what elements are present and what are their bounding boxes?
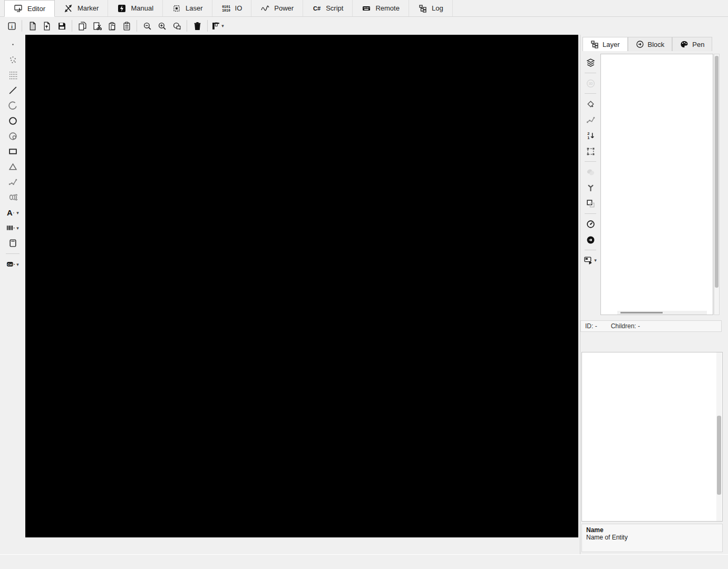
marker-icon <box>64 4 73 13</box>
new-button[interactable] <box>25 18 40 33</box>
ribbon-tab-io[interactable]: 01011010IO <box>212 0 252 16</box>
tree-vertical-scrollbar[interactable] <box>714 54 720 315</box>
rectangle-tool[interactable] <box>2 144 23 159</box>
zoom-in-icon <box>158 22 167 31</box>
tool-separator <box>585 213 596 214</box>
remote-icon <box>362 4 371 13</box>
tree-status-bar: ID: - Children: - <box>580 320 722 332</box>
scrollbar-thumb[interactable] <box>715 56 719 288</box>
align-button[interactable]: ▾ <box>210 18 225 33</box>
open-icon <box>43 22 52 31</box>
layers-tool[interactable] <box>583 56 598 70</box>
info-button[interactable]: i <box>4 18 19 33</box>
tree-horizontal-scrollbar[interactable] <box>617 311 707 315</box>
sort-icon: 21 <box>586 131 595 140</box>
laser-icon <box>172 4 181 13</box>
ribbon-tab-log[interactable]: Log <box>409 0 453 16</box>
main-toolbar: i▾ <box>0 17 728 35</box>
property-description-title: Name <box>586 526 718 534</box>
property-grid[interactable] <box>581 352 723 522</box>
text-icon: A <box>6 208 15 217</box>
property-description: Name Name of Entity <box>581 524 723 552</box>
save-button[interactable] <box>54 18 69 33</box>
zoom-out-button[interactable] <box>140 18 154 33</box>
rectangle-icon <box>8 147 17 156</box>
editor-status-bar <box>25 537 578 553</box>
svg-text:Ctrl: Ctrl <box>8 263 13 266</box>
spiral-tool[interactable] <box>2 190 23 205</box>
hatch-tool[interactable] <box>583 165 598 179</box>
ribbon-tab-laser[interactable]: Laser <box>163 0 212 16</box>
redo-tool[interactable] <box>583 233 598 247</box>
zoom-in-button[interactable] <box>154 18 169 33</box>
paste-button[interactable] <box>104 18 119 33</box>
overlap-icon <box>586 199 595 208</box>
branch-tool[interactable] <box>583 181 598 194</box>
manual-icon <box>118 4 126 13</box>
view3d-icon: 3D <box>586 79 595 88</box>
card-tool[interactable] <box>2 236 23 251</box>
spiral-icon <box>8 193 17 202</box>
ribbon-tab-remote[interactable]: Remote <box>353 0 409 16</box>
editor-icon <box>14 4 23 13</box>
ribbon-tab-marker[interactable]: Marker <box>55 0 108 16</box>
zoom-region-button[interactable] <box>169 18 184 33</box>
entity-tree[interactable] <box>600 54 713 315</box>
sort-tool[interactable]: 21 <box>583 129 598 142</box>
panel-tab-block[interactable]: Block <box>628 37 673 51</box>
new-icon <box>28 22 37 31</box>
tool-separator <box>585 161 596 162</box>
log-icon <box>419 4 427 13</box>
node-tool[interactable] <box>583 97 598 111</box>
ribbon-tab-bar: EditorMarkerManualLaser01011010IOPowerC#… <box>0 0 728 17</box>
transform-tool[interactable] <box>583 144 598 158</box>
ribbon-tab-editor[interactable]: Editor <box>4 0 55 17</box>
trash-button[interactable] <box>190 18 205 33</box>
ribbon-tab-power[interactable]: Power <box>251 0 303 16</box>
cut-button[interactable] <box>90 18 104 33</box>
clipboard-list-button[interactable] <box>119 18 134 33</box>
canvas-viewport[interactable] <box>25 35 578 537</box>
ctrl-tool[interactable]: Ctrl▾ <box>2 257 23 272</box>
toolbar-separator <box>137 20 137 32</box>
save-icon <box>57 22 66 31</box>
property-scrollbar[interactable] <box>716 352 722 521</box>
barcode-tool[interactable]: ▾ <box>2 220 23 236</box>
arc-tool[interactable] <box>2 98 23 113</box>
point-tool[interactable] <box>2 37 23 52</box>
layers-icon <box>586 58 595 67</box>
disk-tool[interactable] <box>2 129 23 144</box>
panel-tab-layer[interactable]: Layer <box>583 37 628 51</box>
line-tool[interactable] <box>2 83 23 98</box>
csharp-icon: C# <box>313 4 321 13</box>
card-icon <box>8 239 17 248</box>
history-tool[interactable] <box>583 217 598 231</box>
panel-tab-pen[interactable]: Pen <box>672 37 712 51</box>
view3d-tool[interactable]: 3D <box>583 76 598 90</box>
ribbon-tab-label: IO <box>235 4 242 12</box>
panel-tab-label: Pen <box>692 41 704 48</box>
text-tool[interactable]: A▾ <box>2 205 23 220</box>
toolbar-separator <box>72 20 72 32</box>
toolbar-separator <box>187 20 187 32</box>
polyline-tool[interactable] <box>2 174 23 190</box>
ribbon-tab-script[interactable]: C#Script <box>303 0 353 16</box>
redo-icon <box>586 236 595 244</box>
overlap-tool[interactable] <box>583 197 598 210</box>
align-icon <box>211 22 220 31</box>
polyline-edit-tool[interactable] <box>583 113 598 126</box>
scatter-points-tool[interactable] <box>2 52 23 67</box>
property-description-text: Name of Entity <box>586 534 718 541</box>
scrollbar-thumb[interactable] <box>620 312 663 313</box>
triangle-tool[interactable] <box>2 159 23 174</box>
open-button[interactable] <box>40 18 54 33</box>
ribbon-tab-manual[interactable]: Manual <box>108 0 163 16</box>
circle-tool[interactable] <box>2 113 23 129</box>
zoom-region-icon <box>172 22 181 31</box>
monitor-play-tool[interactable]: ▾ <box>583 253 598 267</box>
scrollbar-thumb[interactable] <box>717 416 721 495</box>
dot-grid-tool[interactable] <box>2 67 23 83</box>
copy-button[interactable] <box>75 18 90 33</box>
info-icon: i <box>7 22 16 31</box>
branch-icon <box>586 183 595 192</box>
